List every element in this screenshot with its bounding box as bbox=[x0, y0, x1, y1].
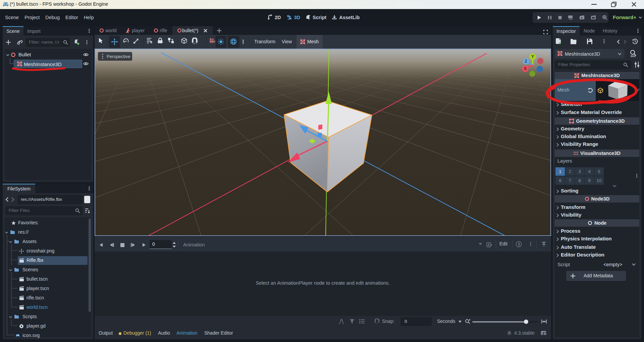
svg-text:Y: Y bbox=[531, 54, 534, 59]
svg-text:A: A bbox=[487, 243, 490, 247]
svg-text:Perspective: Perspective bbox=[107, 54, 130, 59]
svg-text:Z: Z bbox=[525, 59, 527, 64]
svg-text:DOC: DOC bbox=[631, 55, 636, 57]
svg-text:X: X bbox=[524, 66, 527, 71]
